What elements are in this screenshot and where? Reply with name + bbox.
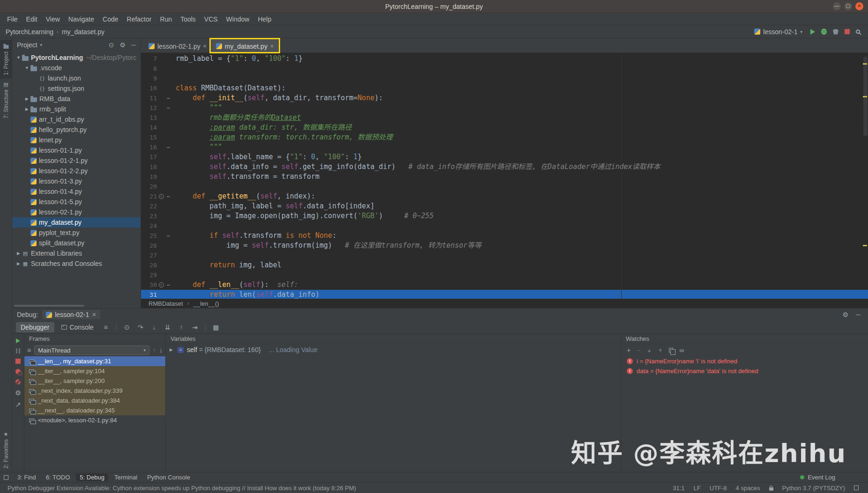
search-everywhere-icon[interactable] [856,29,860,34]
code-line-23[interactable]: 23 img = Image.open(path_img).convert('R… [141,211,868,221]
project-panel-title[interactable]: Project [17,41,37,49]
tool-button-structure[interactable]: ▤ 7: Structure [0,79,12,122]
code-line-13[interactable]: 13 rmb面额分类任务的Dataset [141,113,868,123]
frame-row[interactable]: <module>, lesson-02-1.py:84 [24,415,165,425]
tab-debugger[interactable]: Debugger [16,322,54,332]
debug-button[interactable] [821,29,827,35]
run-button[interactable] [810,29,815,35]
code-line-26[interactable]: 26 img = self.transform(img) # 在这里做trans… [141,241,868,250]
stop-button[interactable] [15,359,21,364]
menu-help[interactable]: Help [253,15,275,23]
force-step-into-icon[interactable]: ⇊ [163,324,173,331]
tab-console[interactable]: Console [58,322,97,332]
code-editor[interactable]: 7rmb_label = {"1": 0, "100": 1}8910class… [141,53,868,299]
frame-row[interactable]: _next_index, dataloader.py:339 [24,386,165,396]
code-line-19[interactable]: 19 self.transform = transform [141,172,868,182]
hide-panel-icon[interactable]: ─ [856,311,861,318]
frame-row[interactable]: _next_data, dataloader.py:384 [24,396,165,405]
chevron-down-icon[interactable]: ▼ [15,55,22,60]
menu-code[interactable]: Code [98,15,122,23]
move-up-icon[interactable]: ▲ [646,348,652,353]
next-frame-icon[interactable]: ↓ [159,347,163,353]
code-line-14[interactable]: 14 :param data_dir: str, 数据集所在路径 [141,123,868,132]
close-icon[interactable]: ✕ [92,312,96,317]
close-icon[interactable]: × [270,43,274,50]
frame-row[interactable]: __next__, dataloader.py:345 [24,405,165,415]
line-separator[interactable]: LF [694,485,701,492]
tree-item-hello-pytorch-py[interactable]: hello_pytorch.py [12,125,141,135]
chevron-right-icon[interactable]: ▶ [15,251,22,256]
code-line-16[interactable]: 16 """ [141,142,868,152]
file-encoding[interactable]: UTF-8 [710,485,727,492]
tree-item-lesson-02-1-py[interactable]: lesson-02-1.py [12,207,141,217]
tree-item-scratches-and-consoles[interactable]: ▶▦Scratches and Consoles [12,258,141,269]
python-interpreter[interactable]: Python 3.7 (PYTSDZY) [782,485,845,492]
chevron-down-icon[interactable]: ▾ [40,43,43,47]
evaluate-expression-icon[interactable]: ▦ [211,324,221,331]
step-over-icon[interactable]: ↷ [135,324,146,331]
fold-marker-icon[interactable] [167,108,170,109]
expand-icon[interactable]: ▶ [170,347,174,352]
menu-view[interactable]: View [42,15,64,23]
tree-item-lesson-01-2-1-py[interactable]: lesson-01-2-1.py [12,155,141,166]
pause-button[interactable] [16,348,20,353]
menu-run[interactable]: Run [156,15,176,23]
tree-item-lesson-01-2-2-py[interactable]: lesson-01-2-2.py [12,166,141,176]
tree-item-pytorchlearning[interactable]: ▼PytorchLearning~/Desktop/Pytorc [12,52,141,63]
tree-item-pyplot-text-py[interactable]: pyplot_text.py [12,228,141,238]
move-down-icon[interactable]: ▼ [658,348,663,353]
menu-window[interactable]: Window [222,15,254,23]
code-line-21[interactable]: 21↑ def __getitem__(self, index): [141,191,868,201]
breadcrumb-item[interactable]: PytorchLearning [6,28,53,36]
menu-file[interactable]: File [3,15,22,23]
tree-item--vscode[interactable]: ▼.vscode [12,63,141,73]
add-watch-icon[interactable]: + [627,347,631,353]
view-breakpoints-icon[interactable] [15,369,21,374]
tool-window-button-python-console[interactable]: Python Console [143,473,194,481]
duplicate-watch-icon[interactable] [669,348,673,353]
gear-icon[interactable]: ⚙ [843,311,849,318]
tree-item-my-dataset-py[interactable]: my_dataset.py [12,217,141,228]
frame-row[interactable]: __len__, my_dataset.py:31 [24,356,165,366]
code-line-18[interactable]: 18 self.data_info = self.get_img_info(da… [141,162,868,172]
code-line-7[interactable]: 7rmb_label = {"1": 0, "100": 1} [141,54,868,64]
close-icon[interactable]: × [203,43,207,50]
frame-row[interactable]: __iter__, sampler.py:104 [24,366,165,376]
show-watches-in-variables-icon[interactable]: ∞ [679,347,684,353]
frame-row[interactable]: __iter__, sampler.py:200 [24,376,165,386]
code-line-28[interactable]: 28 return img, label [141,260,868,270]
code-line-9[interactable]: 9 [141,74,868,83]
code-line-11[interactable]: 11 def __init__(self, data_dir, transfor… [141,93,868,103]
code-line-24[interactable]: 24 [141,221,868,231]
horizontal-scrollbar[interactable] [14,305,84,307]
layout-menu-icon[interactable]: ≡ [101,324,111,331]
overrides-method-icon[interactable]: ↑ [159,282,164,287]
caret-position[interactable]: 31:1 [673,485,684,492]
previous-frame-icon[interactable]: ↑ [153,347,156,353]
fold-marker-icon[interactable] [167,147,170,148]
breadcrumb-item[interactable]: my_dataset.py [62,28,104,36]
pin-icon[interactable]: ↗ [15,401,21,408]
run-to-cursor-icon[interactable]: ⇥ [190,324,200,331]
maximize-button[interactable]: ▢ [844,2,852,10]
resume-button[interactable] [16,338,20,343]
tool-window-switcher-icon[interactable] [4,475,8,480]
tree-item-lesson-01-4-py[interactable]: lesson-01-4.py [12,186,141,197]
tree-item-settings-json[interactable]: {}settings.json [12,83,141,94]
tree-item-lesson-01-5-py[interactable]: lesson-01-5.py [12,197,141,207]
menu-navigate[interactable]: Navigate [64,15,98,23]
code-line-20[interactable]: 20 [141,182,868,191]
stop-button[interactable] [845,29,850,34]
menu-tools[interactable]: Tools [176,15,200,23]
indent-setting[interactable]: 4 spaces [736,485,760,492]
editor-tab-my-dataset-py[interactable]: my_dataset.py× [211,40,278,52]
event-log-button[interactable]: Event Log [800,474,835,481]
fold-marker-icon[interactable] [167,235,170,236]
background-tasks-icon[interactable] [854,486,859,490]
tool-window-button-terminal[interactable]: Terminal [111,473,141,481]
code-line-29[interactable]: 29 [141,270,868,280]
code-line-10[interactable]: 10class RMBDataset(Dataset): [141,83,868,93]
coverage-button[interactable] [833,29,838,35]
tree-item-arr-t-id-obs-py[interactable]: arr_t_id_obs.py [12,114,141,125]
tool-window-button-6-todo[interactable]: 6: TODO [42,473,74,481]
